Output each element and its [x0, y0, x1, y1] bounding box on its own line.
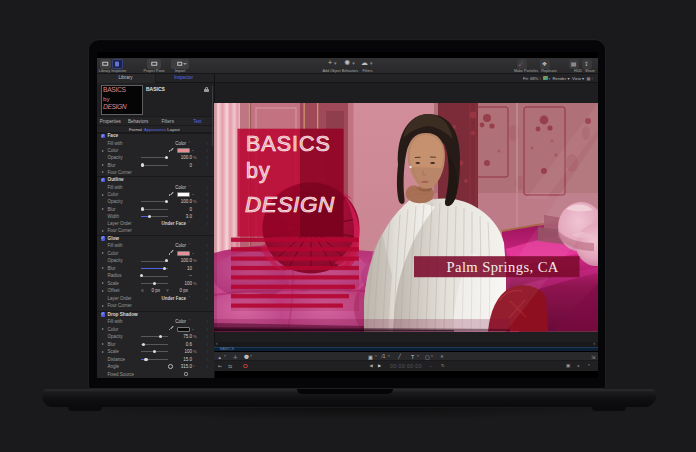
svg-text:by: by	[246, 159, 271, 183]
svg-text:BASICS: BASICS	[246, 132, 331, 156]
svg-text:Palm Springs, CA: Palm Springs, CA	[447, 259, 559, 275]
svg-text:DESIGN: DESIGN	[245, 192, 335, 217]
